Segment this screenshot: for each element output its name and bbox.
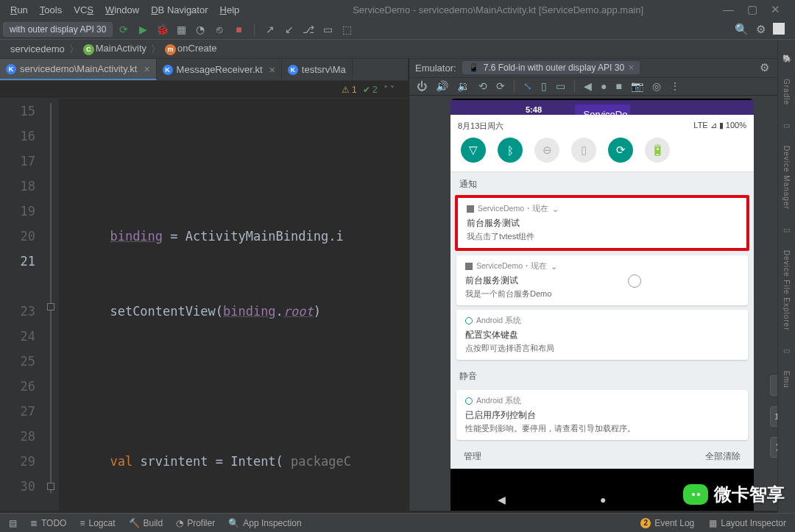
settings-gear-icon[interactable]: ⚙ (760, 61, 769, 74)
notif-card-3[interactable]: Android 系统 配置实体键盘 点按即可选择语言和布局 (456, 310, 748, 360)
rotate-right-icon[interactable]: ⟳ (496, 80, 505, 92)
profile-icon[interactable]: ◔ (192, 21, 208, 38)
stop-icon[interactable]: ■ (230, 21, 247, 38)
crumb-class[interactable]: CMainActivity (83, 43, 146, 55)
run-target[interactable]: with outer display API 30 (3, 22, 113, 37)
highlighted-notification: ServiceDemo・现在⌄ 前台服务测试 我点击了tvtest组件 (455, 195, 749, 251)
notif-card-4[interactable]: Android 系统 已启用序列控制台 性能受到影响。要停用，请查看引导加载程序… (456, 390, 748, 440)
menu-vcs[interactable]: VCS (69, 3, 98, 17)
section-silent: 静音 (451, 364, 754, 386)
power-icon[interactable]: ⏻ (417, 80, 427, 92)
status-logcat[interactable]: ≡ Logcat (80, 518, 115, 528)
coverage-icon[interactable]: ▦ (173, 21, 189, 38)
tab-testsrv[interactable]: Ktestsrv\Ma (282, 59, 353, 80)
vol-down-icon[interactable]: 🔉 (457, 80, 470, 92)
screenshot-icon[interactable]: 📷 (631, 80, 643, 92)
sdk-icon[interactable]: ⬚ (339, 21, 355, 38)
fold-toggle-icon[interactable] (47, 483, 54, 490)
device-selector[interactable]: 📱7.6 Fold-in with outer display API 30× (462, 61, 640, 74)
status-layout-inspector[interactable]: ▦ Layout Inspector (709, 518, 786, 528)
git-push-icon[interactable]: ↗ (262, 21, 278, 38)
status-profiler[interactable]: ◔ Profiler (176, 518, 215, 528)
status-app-inspection[interactable]: 🔍 App Inspection (228, 518, 301, 528)
main-menu: Run Tools VCS Window DB Navigator Help S… (0, 0, 795, 19)
home-icon[interactable]: ● (601, 80, 607, 92)
device-icon: 📱 (468, 63, 479, 73)
device-file-explorer-tab[interactable]: Device File Explorer (782, 247, 791, 333)
editor: Kservicedemo\MainActivity.kt× KMessageRe… (0, 59, 409, 511)
search-icon[interactable]: 🔍 (735, 23, 749, 36)
win-maximize-icon[interactable]: ▢ (747, 3, 757, 16)
gradle-icon[interactable]: 🐘 (782, 54, 791, 63)
run-icon[interactable]: ▶ (135, 21, 151, 38)
nav-back-icon[interactable]: ◀ (498, 494, 506, 506)
ok-icon[interactable]: ✔ 2 (363, 85, 378, 95)
status-build[interactable]: 🔨 Build (129, 518, 163, 528)
vol-up-icon[interactable]: 🔊 (436, 80, 448, 92)
gradle-tab[interactable]: Gradle (782, 76, 791, 108)
chevron-up-down-icon[interactable]: ˄ ˅ (384, 85, 395, 95)
notif-card-1[interactable]: ServiceDemo・现在⌄ 前台服务测试 我点击了tvtest组件 (458, 198, 746, 248)
overview-icon[interactable]: ■ (615, 80, 621, 92)
fold-unfold-icon[interactable]: ⤡ (523, 80, 532, 92)
emulator-label: Emulator: (415, 63, 456, 74)
avd-icon[interactable]: ▭ (319, 21, 336, 38)
settings-gear-icon[interactable]: ⚙ (756, 23, 766, 36)
status-indicator-icon[interactable]: ▤ (9, 518, 17, 528)
win-minimize-icon[interactable]: ― (723, 3, 734, 16)
breadcrumb: servicedemo 〉 CMainActivity 〉 monCreate (0, 40, 795, 59)
toolbar: with outer display API 30 ⟳ ▶ 🐞 ▦ ◔ ⎋ ■ … (0, 19, 795, 40)
qs-flashlight-icon[interactable]: ▯ (571, 138, 596, 163)
account-icon[interactable] (773, 23, 785, 35)
crumb-method[interactable]: monCreate (165, 43, 216, 55)
qs-dnd-icon[interactable]: ⊖ (534, 138, 559, 163)
device-screen[interactable]: 5:48 ServiceDe 8月13日周六 LTE ⊿ ▮ 100% ▽ ᛒ … (451, 99, 754, 511)
emulator-tab-icon[interactable]: ▭ (783, 347, 790, 355)
warning-icon[interactable]: ⚠ 1 (342, 85, 357, 95)
tab-mainactivity[interactable]: Kservicedemo\MainActivity.kt× (0, 59, 157, 80)
code-body[interactable]: binding = ActivityMainBinding.i setConte… (59, 99, 408, 511)
close-icon[interactable]: × (144, 63, 149, 75)
device-manager-icon[interactable]: ▭ (783, 121, 790, 130)
record-icon[interactable]: ◎ (652, 80, 661, 92)
qs-wifi-icon[interactable]: ▽ (461, 138, 486, 163)
back-icon[interactable]: ◀ (584, 80, 592, 92)
close-icon[interactable]: × (629, 63, 634, 73)
tab-messagereceiver[interactable]: KMessageReceiver.kt× (157, 59, 282, 80)
emulator-tab[interactable]: Emu (782, 368, 791, 391)
attach-icon[interactable]: ⎋ (211, 21, 227, 38)
win-close-icon[interactable]: ✕ (771, 3, 780, 16)
device-file-explorer-icon[interactable]: ▭ (783, 226, 790, 234)
notif-manage[interactable]: 管理 (464, 450, 481, 463)
device-manager-tab[interactable]: Device Manager (782, 143, 791, 213)
more-icon[interactable]: ⋮ (670, 80, 680, 92)
qs-bluetooth-icon[interactable]: ᛒ (498, 138, 523, 163)
posture-1-icon[interactable]: ▯ (541, 80, 547, 92)
fold-toggle-icon[interactable] (47, 303, 54, 311)
qs-rotate-icon[interactable]: ⟳ (608, 138, 633, 163)
menu-help[interactable]: Help (216, 3, 244, 17)
chevron-down-icon[interactable]: ⌄ (551, 262, 557, 271)
wechat-icon (683, 484, 708, 505)
close-icon[interactable]: × (269, 64, 275, 76)
debug-icon[interactable]: 🐞 (154, 21, 170, 38)
git-pull-icon[interactable]: ↙ (281, 21, 297, 38)
notif-card-2[interactable]: ServiceDemo・现在⌄ 前台服务测试 我是一个前台服务Demo (456, 255, 748, 305)
menu-dbnav[interactable]: DB Navigator (146, 3, 212, 17)
chevron-down-icon[interactable]: ⌄ (552, 205, 559, 213)
notif-clear-all[interactable]: 全部清除 (705, 450, 741, 463)
emulator-panel: Emulator: 📱7.6 Fold-in with outer displa… (409, 59, 795, 511)
git-branch-icon[interactable]: ⎇ (300, 21, 317, 38)
sync-icon[interactable]: ⟳ (116, 21, 132, 38)
crumb-pkg[interactable]: servicedemo (10, 43, 65, 54)
menu-run[interactable]: Run (6, 3, 32, 17)
right-tool-strip: 🐘 Gradle ▭ Device Manager ▭ Device File … (777, 40, 795, 513)
qs-battery-icon[interactable]: 🔋 (645, 138, 670, 163)
posture-2-icon[interactable]: ▭ (556, 80, 565, 92)
nav-home-icon[interactable]: ● (600, 494, 606, 506)
menu-tools[interactable]: Tools (35, 3, 66, 17)
rotate-left-icon[interactable]: ⟲ (478, 80, 487, 92)
status-todo[interactable]: ≣ TODO (30, 518, 66, 528)
menu-window[interactable]: Window (101, 3, 144, 17)
status-event-log[interactable]: 2Event Log (640, 518, 694, 528)
